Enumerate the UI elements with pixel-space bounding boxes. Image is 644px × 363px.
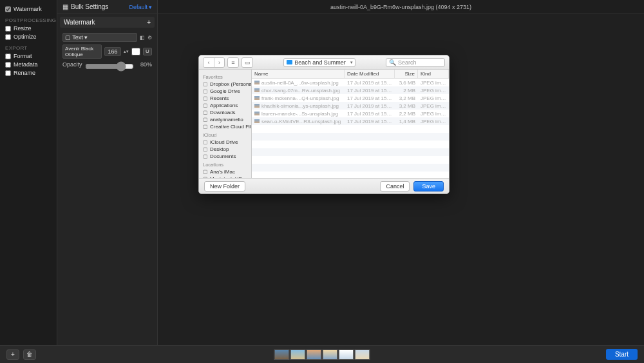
folder-dropdown[interactable]: Beach and Summer	[283, 58, 355, 67]
file-row[interactable]: lauren-mancke-...Ss-unsplash.jpg17 Jul 2…	[252, 110, 449, 117]
list-view-icon[interactable]: ≡	[228, 58, 238, 67]
opacity-slider[interactable]	[85, 61, 134, 72]
sidebar-item-location[interactable]: ▢Ana's iMac	[199, 168, 251, 175]
dialog-toolbar: ‹ › ≡ ▭ Beach and Summer 🔍 Search	[199, 55, 449, 70]
col-kind[interactable]: Kind	[418, 70, 449, 78]
font-select[interactable]: Avenir Black Oblique	[62, 44, 102, 59]
filmstrip[interactable]	[274, 349, 370, 360]
watermark-group-header[interactable]: Watermark +	[60, 17, 155, 28]
search-field[interactable]: 🔍 Search	[386, 58, 445, 67]
thumbnail-icon	[254, 104, 260, 108]
plus-icon[interactable]: +	[147, 19, 151, 26]
folder-button[interactable]: ▭	[242, 58, 252, 67]
checkbox-resize[interactable]	[5, 26, 11, 32]
thumbnail-icon	[254, 119, 260, 123]
sidebar-item-favorite[interactable]: ▢analynnamelio	[199, 116, 251, 123]
stepper-icon[interactable]: ▴▾	[124, 49, 129, 54]
sidebar-item-favorite[interactable]: ▢Dropbox (Personal)	[199, 81, 251, 88]
col-size[interactable]: Size	[395, 70, 418, 78]
save-button[interactable]: Save	[413, 181, 444, 191]
file-row[interactable]: sean-o-KMn4VE...R8-unsplash.jpg17 Jul 20…	[252, 117, 449, 125]
sidebar-item-format[interactable]: Format	[5, 53, 52, 59]
checkbox-metadata[interactable]	[5, 62, 11, 68]
align-icon[interactable]: ◧	[140, 35, 145, 41]
filmstrip-thumb[interactable]	[307, 349, 322, 360]
sidebar-item-icloud[interactable]: ▢Desktop	[199, 146, 251, 153]
file-list: Name Date Modified Size Kind austin-neil…	[252, 70, 449, 178]
thumbnail-icon	[254, 96, 260, 100]
chevron-down-icon: ▾	[149, 4, 152, 10]
forward-button[interactable]: ›	[214, 58, 224, 67]
dialog-footer: New Folder Cancel Save	[199, 178, 449, 193]
file-row[interactable]: austin-neill-0A_...6w-unsplash.jpg17 Jul…	[252, 79, 449, 86]
color-picker[interactable]	[131, 48, 140, 55]
folder-icon: ▢	[203, 140, 208, 145]
sidebar-item-watermark[interactable]: Watermark	[5, 6, 52, 12]
add-button[interactable]: +	[6, 349, 19, 360]
cancel-button[interactable]: Cancel	[380, 181, 410, 191]
folder-icon: ▢	[203, 147, 208, 152]
col-date[interactable]: Date Modified	[345, 70, 395, 78]
checkbox-rename[interactable]	[5, 70, 11, 76]
sidebar-label: Watermark	[14, 6, 42, 12]
file-row[interactable]: khadhik-simonia...ys-unsplash.jpg17 Jul …	[252, 102, 449, 110]
back-button[interactable]: ‹	[204, 58, 214, 67]
font-size-input[interactable]	[104, 47, 121, 56]
filmstrip-thumb[interactable]	[274, 349, 290, 360]
opacity-value: 80%	[137, 61, 152, 68]
filmstrip-thumb[interactable]	[355, 349, 370, 360]
sidebar-item-optimize[interactable]: Optimize	[5, 34, 52, 40]
grid-icon: ▦	[62, 3, 68, 10]
filmstrip-thumb[interactable]	[323, 349, 338, 360]
folder-icon	[287, 60, 292, 64]
file-row-empty	[252, 125, 449, 133]
sidebar-item-icloud[interactable]: ▢Documents	[199, 153, 251, 160]
filmstrip-thumb[interactable]	[339, 349, 354, 360]
search-placeholder: Search	[398, 59, 417, 66]
sidebar-heading: iCloud	[199, 130, 251, 139]
start-button[interactable]: Start	[606, 349, 638, 360]
folder-icon: ▢	[203, 170, 208, 175]
folder-icon: ▢	[203, 96, 208, 101]
file-row[interactable]: frank-mckenna-...Q4-unsplash.jpg17 Jul 2…	[252, 94, 449, 102]
folder-icon: ▢	[203, 110, 208, 115]
view-mode-group[interactable]: ≡	[227, 57, 239, 68]
trash-button[interactable]: 🗑	[23, 349, 36, 360]
file-save-dialog: ‹ › ≡ ▭ Beach and Summer 🔍 Search Favori…	[198, 55, 450, 194]
file-row-empty	[252, 148, 449, 156]
sidebar-item-resize[interactable]: Resize	[5, 25, 52, 32]
column-headers[interactable]: Name Date Modified Size Kind	[252, 70, 449, 79]
canvas-filename: austin-neill-0A_b9G-Rm6w-unsplash.jpg (4…	[330, 4, 471, 10]
file-row[interactable]: chor-tsang-07m...Rw-unsplash.jpg17 Jul 2…	[252, 86, 449, 94]
preset-dropdown[interactable]: Default▾	[129, 4, 152, 10]
filmstrip-thumb[interactable]	[290, 349, 306, 360]
sidebar-item-metadata[interactable]: Metadata	[5, 61, 52, 68]
search-icon: 🔍	[389, 59, 396, 66]
new-folder-button[interactable]: New Folder	[204, 181, 245, 191]
group-title: Watermark	[64, 19, 95, 26]
sidebar-item-rename[interactable]: Rename	[5, 70, 52, 76]
checkbox-optimize[interactable]	[5, 34, 11, 40]
sidebar-item-favorite[interactable]: ▢Downloads	[199, 109, 251, 116]
settings-title: Bulk Settings	[71, 3, 108, 10]
sidebar-item-favorite[interactable]: ▢Applications	[199, 102, 251, 109]
folder-icon: ▢	[203, 117, 208, 123]
sidebar-item-favorite[interactable]: ▢Google Drive	[199, 88, 251, 95]
col-name[interactable]: Name	[252, 70, 345, 78]
checkbox-watermark[interactable]	[5, 6, 11, 12]
settings-header: ▦Bulk Settings Default▾	[57, 0, 157, 14]
underline-button[interactable]: U	[143, 48, 152, 55]
sidebar-item-favorite[interactable]: ▢Recents	[199, 95, 251, 102]
gear-icon[interactable]: ⚙	[147, 35, 152, 41]
sidebar-item-icloud[interactable]: ▢iCloud Drive	[199, 139, 251, 146]
sidebar-item-favorite[interactable]: ▢Creative Cloud Files	[199, 123, 251, 130]
checkbox-format[interactable]	[5, 54, 11, 59]
file-row-empty	[252, 172, 449, 178]
thumbnail-icon	[254, 112, 260, 115]
watermark-type-select[interactable]: ▢ Text ▾	[62, 33, 137, 42]
nav-back-forward[interactable]: ‹ ›	[203, 57, 225, 68]
file-row-empty	[252, 141, 449, 148]
folder-icon: ▢	[203, 124, 208, 130]
file-row-empty	[252, 164, 449, 172]
thumbnail-icon	[254, 81, 260, 84]
